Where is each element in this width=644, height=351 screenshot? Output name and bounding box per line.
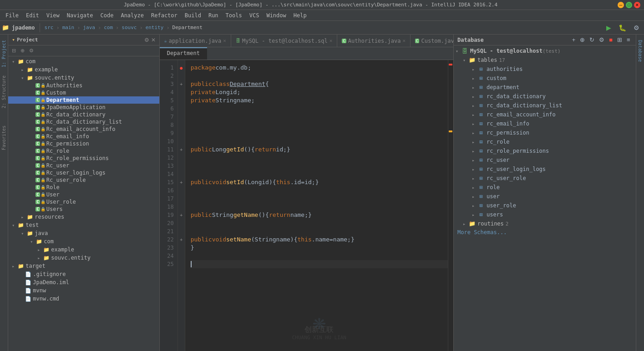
breadcrumb-com[interactable]: com <box>104 25 113 30</box>
menu-navigate[interactable]: Navigate <box>63 11 97 20</box>
breadcrumb-src[interactable]: src <box>45 25 54 30</box>
db-table-rc-dd[interactable]: ▸ ⊞ rc_data_dictionary <box>454 92 636 101</box>
tree-item-souvc[interactable]: ▾ 📁 souvc.entity <box>8 74 159 82</box>
tree-item-example[interactable]: ▸ 📁 example <box>8 65 159 74</box>
tree-item-custom[interactable]: C🔒 Custom <box>8 89 159 96</box>
locate-btn[interactable]: ⊕ <box>19 47 26 54</box>
db-tables-group[interactable]: ▾ 📁 tables 17 <box>454 55 636 65</box>
tab-application[interactable]: ☕ application.java ✕ <box>160 35 231 47</box>
tree-item-com[interactable]: ▾ 📁 com <box>8 57 159 65</box>
left-icon-favorites[interactable]: Favorites <box>0 122 7 154</box>
tree-item-iml[interactable]: 📄 JpaDemo.iml <box>8 278 159 286</box>
breadcrumb-main[interactable]: main <box>62 25 75 30</box>
menu-analyze[interactable]: Analyze <box>117 11 147 20</box>
db-table-rc-p[interactable]: ▸ ⊞ rc_permission <box>454 128 636 137</box>
menu-vcs[interactable]: VCS <box>246 11 263 20</box>
tree-item-rc-ur[interactable]: C🔒 Rc_user_role <box>8 176 159 184</box>
tree-item-test-java[interactable]: ▾ 📁 java <box>8 229 159 237</box>
menu-view[interactable]: View <box>43 11 63 20</box>
tree-item-rc-u[interactable]: C🔒 Rc_user <box>8 162 159 169</box>
db-copy-btn[interactable]: ⊕ <box>578 35 587 44</box>
db-table-user-role[interactable]: ▸ ⊞ user_role <box>454 201 636 210</box>
code-editor[interactable]: 1 2 3 4 5 6 7 8 9 10 11 12 13 14 15 16 1 <box>160 60 453 351</box>
menu-help[interactable]: Help <box>290 11 310 20</box>
settings-btn[interactable]: ⚙ <box>27 47 35 54</box>
menu-build[interactable]: Build <box>181 11 205 20</box>
db-add-btn[interactable]: + <box>570 35 578 44</box>
tree-item-rc-p[interactable]: C🔒 Rc_permission <box>8 140 159 147</box>
db-table-users[interactable]: ▸ ⊞ users <box>454 210 636 219</box>
tree-item-gitignore[interactable]: 📄 .gitignore <box>8 270 159 278</box>
tree-item-test-example[interactable]: ▸ 📁 example <box>8 246 159 254</box>
toolbar-debug-btn[interactable]: 🐛 <box>616 23 629 32</box>
tree-item-jpademo[interactable]: C🔒 JpaDemoApplication <box>8 104 159 111</box>
left-icon-project[interactable]: 1: Project <box>0 36 7 71</box>
tree-item-authorities[interactable]: C🔒 Authorities <box>8 82 159 89</box>
tab-custom[interactable]: C Custom.java ✕ <box>411 35 453 47</box>
tab-close-mysql[interactable]: ✕ <box>330 38 333 44</box>
db-settings-btn[interactable]: ⚙ <box>597 35 606 44</box>
minimize-button[interactable]: ─ <box>618 2 624 8</box>
db-table-role[interactable]: ▸ ⊞ role <box>454 183 636 192</box>
menu-refactor[interactable]: Refactor <box>147 11 181 20</box>
tree-item-user[interactable]: C🔒 User <box>8 191 159 198</box>
breadcrumb-entity[interactable]: entity <box>146 25 164 30</box>
tree-item-rc-eai[interactable]: C🔒 Rc_email_account_info <box>8 125 159 133</box>
db-table-rc-eai[interactable]: ▸ ⊞ rc_email_account_info <box>454 110 636 119</box>
left-icon-structure[interactable]: 2: Structure <box>0 72 7 112</box>
right-icon-database[interactable]: Database <box>637 36 644 65</box>
toolbar-settings-btn[interactable]: ⚙ <box>631 23 642 32</box>
breadcrumb-java[interactable]: java <box>83 25 95 30</box>
db-table-rc-ur[interactable]: ▸ ⊞ rc_user_role <box>454 174 636 183</box>
db-table-rc-u[interactable]: ▸ ⊞ rc_user <box>454 155 636 165</box>
tree-item-test[interactable]: ▾ 📁 test <box>8 221 159 229</box>
menu-run[interactable]: Run <box>205 11 222 20</box>
db-list-btn[interactable]: ≡ <box>625 35 632 44</box>
menu-tools[interactable]: Tools <box>222 11 246 20</box>
tree-item-mvnwcmd[interactable]: 📄 mvnw.cmd <box>8 295 159 303</box>
tree-item-mvnw[interactable]: 📄 mvnw <box>8 286 159 295</box>
tree-item-resources[interactable]: ▸ 📁 resources <box>8 213 159 221</box>
db-table-rc-ull[interactable]: ▸ ⊞ rc_user_login_logs <box>454 165 636 174</box>
maximize-button[interactable]: □ <box>626 2 632 8</box>
db-table-authorities[interactable]: ▸ ⊞ authorities <box>454 65 636 74</box>
tab-authorities[interactable]: C Authorities.java ✕ <box>337 35 411 47</box>
close-button[interactable]: ✕ <box>634 2 640 8</box>
code-content[interactable]: package com.my.db; public class Departme… <box>185 60 453 351</box>
db-table-rc-r[interactable]: ▸ ⊞ rc_role <box>454 137 636 146</box>
tree-item-rc-ddl[interactable]: C🔒 Rc_data_dictionary_list <box>8 118 159 125</box>
tree-item-test-souvc[interactable]: ▸ 📁 souvc.entity <box>8 254 159 262</box>
db-grid-btn[interactable]: ⊞ <box>615 35 624 44</box>
db-table-rc-ddl[interactable]: ▸ ⊞ rc_data_dictionary_list <box>454 101 636 110</box>
menu-file[interactable]: File <box>2 11 22 20</box>
project-close-btn[interactable]: ✕ <box>151 37 156 43</box>
tab-close-app[interactable]: ✕ <box>223 38 226 44</box>
db-table-department[interactable]: ▸ ⊞ department <box>454 83 636 92</box>
tree-item-rc-ull[interactable]: C🔒 Rc_user_login_logs <box>8 169 159 176</box>
menu-edit[interactable]: Edit <box>22 11 43 20</box>
tree-item-rc-r[interactable]: C🔒 Rc_role <box>8 147 159 155</box>
db-schema[interactable]: ▾ 🗄 MySQL - test@localhost (test) <box>454 46 636 55</box>
tree-item-users[interactable]: C🔒 Users <box>8 206 159 213</box>
db-routines-group[interactable]: ▸ 📁 routines 2 <box>454 219 636 228</box>
breadcrumb-souvc[interactable]: souvc <box>122 25 137 30</box>
tree-item-test-com[interactable]: ▾ 📁 com <box>8 237 159 246</box>
db-stop-btn[interactable]: ■ <box>607 35 614 44</box>
db-more-schemas[interactable]: More Schemas... <box>454 228 636 236</box>
breadcrumb-department[interactable]: Department <box>172 25 203 30</box>
tree-item-rc-rp[interactable]: C🔒 Rc_role_permissions <box>8 155 159 162</box>
db-table-rc-rp[interactable]: ▸ ⊞ rc_role_permissions <box>454 146 636 155</box>
menu-window[interactable]: Window <box>263 11 289 20</box>
toolbar-run-btn[interactable]: ▶ <box>603 23 614 32</box>
tree-item-rc-ei[interactable]: C🔒 Rc_email_info <box>8 133 159 140</box>
tree-item-target[interactable]: ▸ 📁 target <box>8 262 159 270</box>
tab-close-authorities[interactable]: ✕ <box>402 38 406 44</box>
collapse-all-btn[interactable]: ⊟ <box>10 47 18 54</box>
tree-item-department[interactable]: C🔒 Department <box>8 96 159 104</box>
db-table-user[interactable]: ▸ ⊞ user <box>454 192 636 201</box>
menu-code[interactable]: Code <box>97 11 117 20</box>
tab-mysql[interactable]: 🗄 MySQL - test@localhost.sql ✕ <box>231 35 337 47</box>
db-table-rc-ei[interactable]: ▸ ⊞ rc_email_info <box>454 119 636 128</box>
db-refresh-btn[interactable]: ↻ <box>588 35 596 44</box>
db-table-custom[interactable]: ▸ ⊞ custom <box>454 74 636 83</box>
